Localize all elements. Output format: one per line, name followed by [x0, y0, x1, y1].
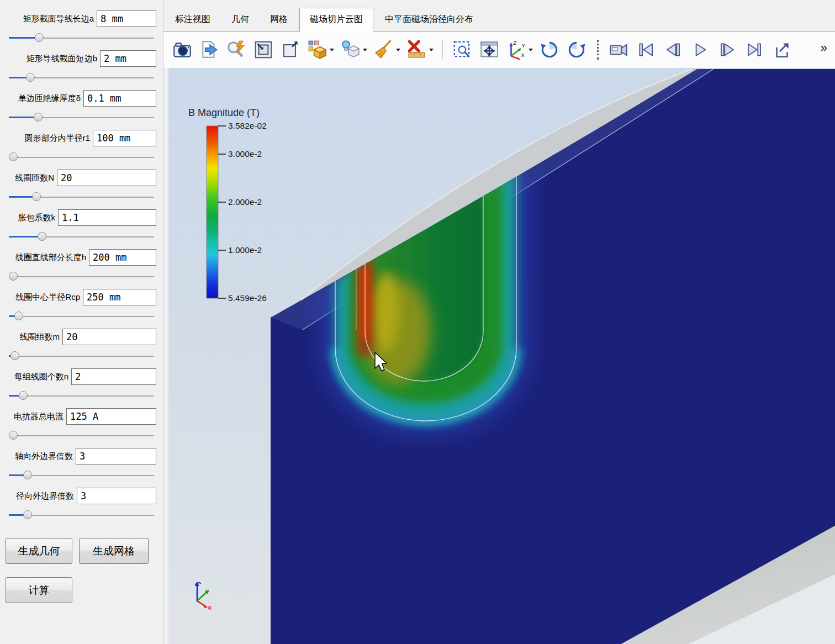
svg-text:X: X — [521, 52, 525, 58]
field-label: 圆形部分内半径r1 — [3, 133, 93, 144]
legend-colorbar — [207, 126, 218, 298]
tab-bar: 标注视图 几何 网格 磁场切片云图 中平面磁场沿径向分布 — [163, 0, 835, 32]
slider-thumb[interactable] — [23, 471, 32, 479]
tab-annotated-view[interactable]: 标注视图 — [166, 8, 220, 31]
rotate-view-ccw-button[interactable] — [566, 39, 588, 61]
viewport-3d[interactable]: B Magnitude (T) 3.582e-02 3.000e-2 2.000… — [168, 68, 835, 644]
field-inner-radius-r1: 圆形部分内半径r1 — [3, 130, 156, 162]
display-style-icon — [307, 39, 328, 60]
clean-screen-icon — [373, 39, 394, 60]
step-forward-button[interactable] — [716, 39, 738, 61]
toolbar: ZYX» — [163, 32, 835, 68]
coils-per-group-slider[interactable] — [9, 391, 154, 401]
slider-thumb[interactable] — [10, 351, 19, 360]
compute-button[interactable]: 计算 — [6, 577, 72, 603]
coil-groups-slider[interactable] — [9, 351, 154, 361]
slider-thumb[interactable] — [26, 73, 35, 82]
view-orientation-button[interactable]: ZYX — [505, 39, 533, 61]
generate-geometry-button[interactable]: 生成几何 — [6, 538, 72, 564]
inner-radius-input[interactable] — [93, 130, 156, 146]
dropdown-caret-icon[interactable] — [396, 49, 400, 51]
straight-length-input[interactable] — [89, 249, 156, 266]
field-straight-length-h: 线圈直线部分长度h — [3, 249, 156, 282]
axial-boundary-input[interactable] — [76, 448, 156, 464]
center-radius-input[interactable] — [83, 289, 156, 305]
display-style-button[interactable] — [306, 39, 335, 61]
total-current-slider[interactable] — [9, 431, 154, 441]
coil-groups-input[interactable] — [62, 329, 156, 345]
screenshot-camera-button[interactable] — [171, 39, 193, 61]
slider-thumb[interactable] — [38, 232, 46, 241]
field-plot-canvas[interactable]: B Magnitude (T) 3.582e-02 3.000e-2 2.000… — [168, 68, 835, 644]
box-zoom-button[interactable] — [451, 39, 473, 61]
turns-input[interactable] — [57, 170, 156, 186]
tab-content-area: 标注视图 几何 网格 磁场切片云图 中平面磁场沿径向分布 ZYX» — [163, 0, 835, 644]
tab-geometry[interactable]: 几何 — [222, 8, 258, 31]
dropdown-caret-icon[interactable] — [529, 49, 533, 51]
go-to-start-button[interactable] — [635, 39, 657, 61]
legend-tick-label: 1.000e-2 — [228, 245, 262, 255]
rotate-view-cw-button[interactable] — [538, 39, 561, 61]
slider-thumb[interactable] — [23, 510, 32, 519]
field-wire-long-side: 矩形截面导线长边a — [3, 10, 156, 43]
slider-thumb[interactable] — [14, 312, 23, 320]
coils-per-group-input[interactable] — [71, 368, 156, 385]
step-back-icon — [663, 39, 684, 60]
slider-thumb[interactable] — [32, 192, 41, 201]
zoom-refit-button[interactable] — [225, 39, 247, 61]
wire-long-side-input[interactable] — [97, 10, 156, 27]
zoom-out-button[interactable] — [279, 39, 302, 61]
insulation-thickness-input[interactable] — [83, 90, 156, 107]
generate-mesh-button[interactable]: 生成网格 — [79, 538, 149, 564]
radial-boundary-slider[interactable] — [9, 510, 154, 520]
slider-thumb[interactable] — [9, 152, 18, 161]
bulge-factor-slider[interactable] — [9, 232, 154, 242]
field-turns-N: 线圈匝数N — [3, 170, 156, 202]
step-back-button[interactable] — [662, 39, 684, 61]
box-zoom-icon — [452, 39, 473, 60]
clean-screen-button[interactable] — [373, 39, 401, 61]
wire-short-side-slider[interactable] — [9, 73, 154, 83]
tab-field-slice-contour[interactable]: 磁场切片云图 — [299, 8, 373, 32]
slider-thumb[interactable] — [35, 33, 44, 42]
insulation-thickness-slider[interactable] — [9, 113, 154, 123]
legend-tick-label: 3.000e-2 — [228, 149, 262, 159]
inner-radius-slider[interactable] — [9, 152, 154, 162]
field-axial-boundary-multiple: 轴向外边界倍数 — [3, 448, 156, 481]
slider-thumb[interactable] — [9, 272, 18, 281]
pan-button[interactable] — [478, 39, 500, 61]
legend-tick-label: 5.459e-26 — [228, 293, 267, 303]
replay-icon — [771, 39, 792, 60]
wire-long-side-slider[interactable] — [9, 33, 154, 43]
axial-boundary-slider[interactable] — [9, 471, 154, 481]
go-to-end-button[interactable] — [743, 39, 765, 61]
total-current-input[interactable] — [66, 408, 156, 425]
slider-thumb[interactable] — [19, 391, 28, 400]
radial-boundary-input[interactable] — [77, 488, 156, 504]
slider-thumb[interactable] — [9, 431, 18, 440]
play-button[interactable] — [689, 39, 711, 61]
field-coils-per-group-n: 每组线圈个数n — [3, 368, 156, 401]
center-radius-slider[interactable] — [9, 312, 154, 321]
record-video-button[interactable] — [608, 39, 630, 61]
hide-show-items-button[interactable] — [340, 39, 368, 61]
tab-mesh[interactable]: 网格 — [261, 8, 297, 31]
bulge-factor-input[interactable] — [58, 209, 156, 226]
field-label: 矩形导线截面短边b — [3, 54, 100, 64]
turns-slider[interactable] — [9, 192, 154, 202]
replay-button[interactable] — [770, 39, 792, 61]
wire-short-side-input[interactable] — [100, 50, 156, 67]
export-image-button[interactable] — [198, 39, 220, 61]
svg-text:Y: Y — [522, 43, 526, 49]
screenshot-camera-icon — [172, 39, 193, 60]
field-label: 胀包系数k — [3, 213, 58, 223]
delete-dimension-button[interactable] — [406, 39, 434, 61]
dropdown-caret-icon[interactable] — [330, 49, 334, 51]
straight-length-slider[interactable] — [9, 272, 154, 282]
tab-midplane-radial-distribution[interactable]: 中平面磁场沿径向分布 — [376, 8, 483, 31]
slider-thumb[interactable] — [34, 113, 43, 122]
dropdown-caret-icon[interactable] — [429, 49, 434, 51]
zoom-to-area-button[interactable] — [252, 39, 274, 61]
dropdown-caret-icon[interactable] — [363, 49, 367, 51]
toolbar-overflow-chevron[interactable]: » — [821, 41, 835, 59]
